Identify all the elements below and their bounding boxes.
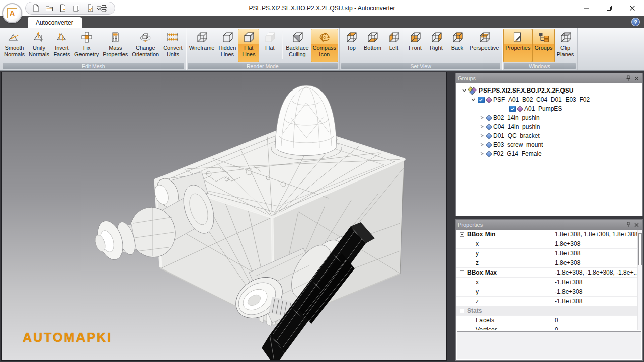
mass-properties-button[interactable]: Mass Properties bbox=[101, 29, 130, 62]
front-view-button[interactable]: Front bbox=[405, 29, 426, 62]
left-view-button[interactable]: Left bbox=[383, 29, 405, 62]
help-icon: ? bbox=[634, 19, 637, 25]
property-description-box bbox=[457, 331, 641, 359]
property-row[interactable]: y 1.8e+308 bbox=[456, 249, 642, 258]
perspective-view-icon bbox=[478, 31, 491, 44]
flat-icon bbox=[263, 31, 276, 44]
perspective-view-button[interactable]: Perspective bbox=[468, 29, 501, 62]
tab-strip: Autoconverter ? bbox=[0, 16, 644, 28]
restore-button[interactable] bbox=[598, 0, 621, 16]
change-orientation-button[interactable]: Change Orientation bbox=[130, 29, 161, 62]
bottom-view-button[interactable]: Bottom bbox=[362, 29, 383, 62]
property-row[interactable]: Vertices 0 bbox=[456, 325, 642, 330]
chevron-right-icon[interactable] bbox=[479, 142, 485, 147]
property-row[interactable]: x -1.8e+308 bbox=[456, 278, 642, 287]
groups-panel-header: Groups bbox=[456, 73, 642, 83]
properties-scrollbar[interactable] bbox=[637, 230, 642, 330]
property-row[interactable]: Facets 0 bbox=[456, 316, 642, 325]
clip-planes-button[interactable]: Clip Planes bbox=[555, 29, 576, 62]
close-panel-button[interactable] bbox=[632, 75, 640, 82]
group-label-set-view: Set View bbox=[341, 63, 500, 69]
chevron-down-icon[interactable] bbox=[462, 88, 467, 93]
property-row[interactable]: Stats bbox=[456, 306, 642, 316]
invert-facets-button[interactable]: Invert Facets bbox=[51, 29, 72, 62]
window-controls bbox=[575, 0, 644, 16]
close-panel-button[interactable] bbox=[632, 221, 640, 228]
property-row[interactable]: BBox Max -1.8e+308, -1.8e+308, -1.8e+... bbox=[456, 268, 642, 278]
button-label: Compass Icon bbox=[313, 45, 336, 57]
flat-button[interactable]: Flat bbox=[259, 29, 280, 62]
top-view-button[interactable]: Top bbox=[341, 29, 362, 62]
compass-icon-button[interactable]: Compass Icon bbox=[311, 29, 338, 62]
ribbon-group-set-view: Top Bottom Left Front Right bbox=[340, 28, 502, 70]
property-row[interactable]: z 1.8e+308 bbox=[456, 258, 642, 268]
groups-window-button[interactable]: Groups bbox=[532, 29, 554, 62]
convert-units-button[interactable]: Convert Units bbox=[161, 29, 185, 62]
pin-panel-button[interactable] bbox=[624, 221, 632, 228]
tab-autoconverter[interactable]: Autoconverter bbox=[28, 17, 82, 28]
ribbon-group-windows: Properties Groups Clip bbox=[502, 28, 577, 70]
flat-lines-button[interactable]: Flat Lines bbox=[238, 29, 259, 62]
collapse-icon[interactable] bbox=[460, 232, 464, 237]
quick-access-customize-button[interactable] bbox=[95, 4, 103, 12]
group-label-windows: Windows bbox=[504, 63, 575, 69]
viewport-3d[interactable]: AUTOMAPKI bbox=[1, 72, 447, 361]
app-button[interactable]: A bbox=[2, 3, 22, 23]
open-file-button[interactable] bbox=[43, 3, 55, 14]
tree-item[interactable]: C04_14in_pushin bbox=[456, 122, 642, 131]
chevron-down-icon bbox=[96, 6, 101, 11]
minimize-button[interactable] bbox=[575, 0, 598, 16]
fix-geometry-icon bbox=[80, 31, 93, 44]
chevron-down-icon[interactable] bbox=[471, 97, 476, 102]
tree-item[interactable]: PSF_A01_B02_C04_D01_E03_F02 bbox=[456, 95, 642, 104]
collapse-icon[interactable] bbox=[460, 309, 464, 313]
chevron-right-icon[interactable] bbox=[479, 115, 485, 120]
wireframe-icon bbox=[195, 31, 208, 44]
tree-item[interactable]: D01_QC_bracket bbox=[456, 131, 642, 140]
button-label: Bottom bbox=[364, 45, 381, 51]
fix-geometry-button[interactable]: Fix Geometry bbox=[72, 29, 101, 62]
collapse-icon[interactable] bbox=[460, 270, 464, 275]
mesh-icon bbox=[486, 97, 492, 103]
property-row[interactable]: BBox Min 1.8e+308, 1.8e+308, 1.8e+308 bbox=[456, 230, 642, 239]
button-label: Perspective bbox=[470, 45, 499, 51]
tree-item[interactable]: A01_PumpES bbox=[456, 104, 642, 113]
back-view-icon bbox=[451, 31, 464, 44]
pin-panel-button[interactable] bbox=[624, 75, 632, 82]
chevron-right-icon[interactable] bbox=[479, 133, 485, 138]
hidden-lines-button[interactable]: Hidden Lines bbox=[216, 29, 238, 62]
groups-icon bbox=[537, 31, 550, 44]
backface-culling-icon bbox=[291, 31, 304, 44]
properties-window-button[interactable]: Properties bbox=[503, 29, 532, 62]
button-label: Front bbox=[409, 45, 422, 51]
groups-panel-title: Groups bbox=[458, 75, 624, 81]
unify-normals-button[interactable]: Unify Normals bbox=[27, 29, 51, 62]
save-file-button[interactable] bbox=[57, 3, 69, 14]
backface-culling-button[interactable]: Backface Culling bbox=[284, 29, 310, 62]
scrollbar-thumb[interactable] bbox=[638, 233, 642, 265]
convert-units-icon bbox=[166, 31, 179, 44]
chevron-right-icon[interactable] bbox=[479, 151, 485, 156]
property-row[interactable]: x 1.8e+308 bbox=[456, 239, 642, 249]
compass-icon bbox=[318, 31, 331, 44]
tree-item[interactable]: F02_G14_Female bbox=[456, 149, 642, 158]
tree-item[interactable]: B02_14in_pushin bbox=[456, 113, 642, 122]
save-all-button[interactable] bbox=[70, 3, 83, 14]
tree-item[interactable]: E03_screw_mount bbox=[456, 140, 642, 149]
right-view-button[interactable]: Right bbox=[426, 29, 447, 62]
back-view-button[interactable]: Back bbox=[447, 29, 468, 62]
help-button[interactable]: ? bbox=[631, 18, 640, 26]
new-file-button[interactable] bbox=[30, 3, 42, 14]
checkbox-checked[interactable] bbox=[478, 97, 485, 103]
smooth-normals-button[interactable]: Smooth Normals bbox=[2, 29, 27, 62]
chevron-right-icon[interactable] bbox=[479, 124, 485, 129]
tree-item-root[interactable]: PSF.PS.XI2.SF.X.BO.P2.X.2F.QSU bbox=[456, 86, 642, 95]
checkbox-checked[interactable] bbox=[509, 106, 516, 112]
button-label: Flat Lines bbox=[242, 45, 255, 57]
hidden-lines-icon bbox=[221, 31, 234, 44]
property-row[interactable]: y -1.8e+308 bbox=[456, 287, 642, 297]
property-row[interactable]: z -1.8e+308 bbox=[456, 297, 642, 306]
close-button[interactable] bbox=[621, 0, 644, 16]
properties-panel: Properties BBox Min 1.8e+308, 1.8e+308, … bbox=[455, 219, 643, 361]
wireframe-button[interactable]: Wireframe bbox=[187, 29, 217, 62]
